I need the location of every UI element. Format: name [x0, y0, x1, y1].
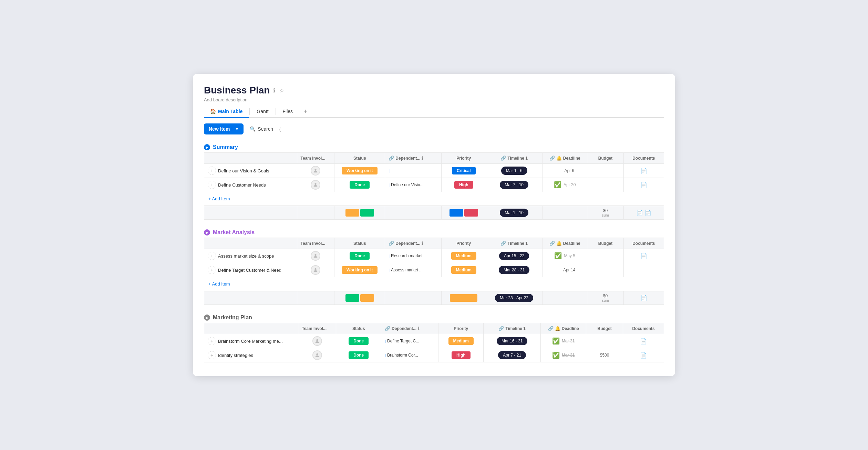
th-dependency-market: 🔗 Dependent... ℹ	[385, 238, 442, 249]
priority-cell-s2[interactable]: High	[442, 178, 486, 192]
priority-badge-m2: Medium	[451, 266, 476, 274]
section-marketing-plan: ▶ Marketing Plan Team Invol... Status 🔗	[204, 312, 664, 362]
dep-cell-m2: | Assess market ...	[385, 263, 442, 277]
tab-files[interactable]: Files	[277, 106, 299, 118]
add-person-btn-s1[interactable]: +	[208, 167, 216, 175]
status-badge-m1: Done	[350, 252, 370, 260]
add-person-btn-m1[interactable]: +	[208, 252, 216, 260]
toolbar-extra: (	[279, 127, 281, 132]
link-icon-dep-summary: 🔗	[389, 156, 394, 161]
timeline-badge-m2: Mar 28 - 31	[499, 266, 529, 274]
timeline-badge-s1: Mar 1 - 6	[501, 167, 527, 175]
tab-main-table[interactable]: 🏠 Main Table	[204, 106, 249, 118]
th-status-marketing: Status	[336, 323, 381, 334]
team-cell-mk1	[298, 334, 336, 348]
market-sum-team	[297, 291, 334, 305]
priority-badge-s2: High	[454, 181, 473, 189]
add-item-cell-summary[interactable]: + Add Item	[204, 192, 664, 206]
th-priority-summary: Priority	[442, 153, 486, 164]
section-title-market: Market Analysis	[213, 229, 255, 236]
section-header-market: ▶ Market Analysis	[204, 227, 664, 238]
deadline-cell-mk2: ✅ Mar 31	[541, 348, 586, 362]
home-icon: 🏠	[210, 109, 216, 114]
doc-cell-mk2[interactable]: 📄	[623, 348, 664, 362]
info-button[interactable]: ℹ	[272, 87, 276, 94]
add-person-btn-mk1[interactable]: +	[208, 337, 216, 345]
add-person-btn-m2[interactable]: +	[208, 266, 216, 274]
deadline-cell-s1: Apr 6	[542, 164, 587, 178]
dep-text-m2: Assess market ...	[391, 268, 423, 272]
status-cell-mk2[interactable]: Done	[336, 348, 381, 362]
mini-bar-critical	[450, 209, 463, 217]
doc-cell-s1[interactable]: 📄	[623, 164, 664, 178]
mini-bar-working-m	[360, 294, 374, 302]
avatar-s2	[311, 180, 320, 190]
link-icon-tl-market: 🔗	[500, 241, 506, 246]
svg-point-0	[315, 169, 317, 171]
deadline-text-s1: Apr 6	[564, 168, 574, 173]
summary-timeline-cell: Mar 1 - 10	[486, 206, 542, 220]
priority-cell-mk2[interactable]: High	[438, 348, 484, 362]
th-docs-summary: Documents	[623, 153, 664, 164]
priority-cell-m2[interactable]: Medium	[442, 263, 486, 277]
priority-cell-m1[interactable]: Medium	[442, 249, 486, 263]
market-sum-priority	[442, 291, 486, 305]
add-item-cell-market[interactable]: + Add Item	[204, 277, 664, 291]
doc-cell-s2[interactable]: 📄	[623, 178, 664, 192]
avatar-mk2	[312, 350, 322, 360]
table-row: + Assess market size & scope	[204, 249, 664, 263]
bell-icon-market: 🔔	[556, 241, 562, 246]
market-table: Team Invol... Status 🔗 Dependent... ℹ Pr…	[204, 238, 664, 305]
summary-budget-cell: $0 sum	[587, 206, 623, 220]
summary-priority-bars	[442, 206, 486, 220]
doc-cell-mk1[interactable]: 📄	[623, 334, 664, 348]
timeline-badge-s2: Mar 7 - 10	[500, 181, 528, 189]
link-icon-dl-mkt: 🔗	[548, 326, 554, 331]
priority-cell-mk1[interactable]: Medium	[438, 334, 484, 348]
status-cell-s1[interactable]: Working on it	[334, 164, 385, 178]
board-description[interactable]: Add board description	[204, 97, 664, 102]
timeline-badge-mk1: Mar 16 - 31	[497, 337, 527, 345]
th-item-name-marketing	[204, 323, 298, 334]
status-cell-m1[interactable]: Done	[334, 249, 385, 263]
summary-header-row: Team Invol... Status 🔗 Dependent... ℹ Pr…	[204, 153, 664, 164]
add-person-btn-mk2[interactable]: +	[208, 351, 216, 359]
doc-icon-s1: 📄	[640, 168, 647, 174]
marketing-table: Team Invol... Status 🔗 Dependent... ℹ Pr…	[204, 323, 664, 362]
doc-icon-mk1: 📄	[640, 338, 647, 344]
summary-team-cell	[297, 206, 334, 220]
new-item-button[interactable]: New Item ▼	[204, 123, 244, 134]
add-item-row-summary[interactable]: + Add Item	[204, 192, 664, 206]
team-cell-s2	[297, 178, 334, 192]
doc-cell-m1[interactable]: 📄	[623, 249, 664, 263]
deadline-text-mk2: Mar 31	[562, 353, 575, 358]
toolbar: New Item ▼ 🔍 Search (	[204, 123, 664, 134]
status-cell-mk1[interactable]: Done	[336, 334, 381, 348]
search-button[interactable]: 🔍 Search	[246, 124, 276, 134]
timeline-badge-mk2: Apr 7 - 21	[498, 351, 526, 359]
add-item-row-market[interactable]: + Add Item	[204, 277, 664, 291]
timeline-cell-s2: Mar 7 - 10	[486, 178, 542, 192]
link-icon-dep-mkt: 🔗	[385, 326, 390, 331]
add-person-btn-s2[interactable]: +	[208, 181, 216, 189]
priority-badge-mk1: Medium	[448, 337, 474, 345]
board-title: Business Plan	[204, 85, 270, 96]
mini-bar-medium-m	[450, 294, 477, 302]
timeline-cell-mk1: Mar 16 - 31	[484, 334, 541, 348]
favorite-button[interactable]: ☆	[279, 87, 285, 94]
market-sum-dep	[385, 291, 442, 305]
priority-cell-s1[interactable]: Critical	[442, 164, 486, 178]
deadline-text-s2: Apr 20	[564, 182, 576, 187]
dep-cell-mk1: | Define Target C...	[381, 334, 438, 348]
status-cell-m2[interactable]: Working on it	[334, 263, 385, 277]
status-cell-s2[interactable]: Done	[334, 178, 385, 192]
th-timeline-market: 🔗 Timeline 1	[486, 238, 542, 249]
market-header-row: Team Invol... Status 🔗 Dependent... ℹ Pr…	[204, 238, 664, 249]
tab-add-button[interactable]: +	[301, 107, 310, 117]
th-timeline-marketing: 🔗 Timeline 1	[484, 323, 541, 334]
link-icon-tl-mkt: 🔗	[498, 326, 504, 331]
mini-bar-done-m	[345, 294, 359, 302]
tab-gantt[interactable]: Gantt	[250, 106, 275, 118]
dep-cell-s1: | -	[385, 164, 442, 178]
market-sum-budget: $0 sum	[587, 291, 623, 305]
